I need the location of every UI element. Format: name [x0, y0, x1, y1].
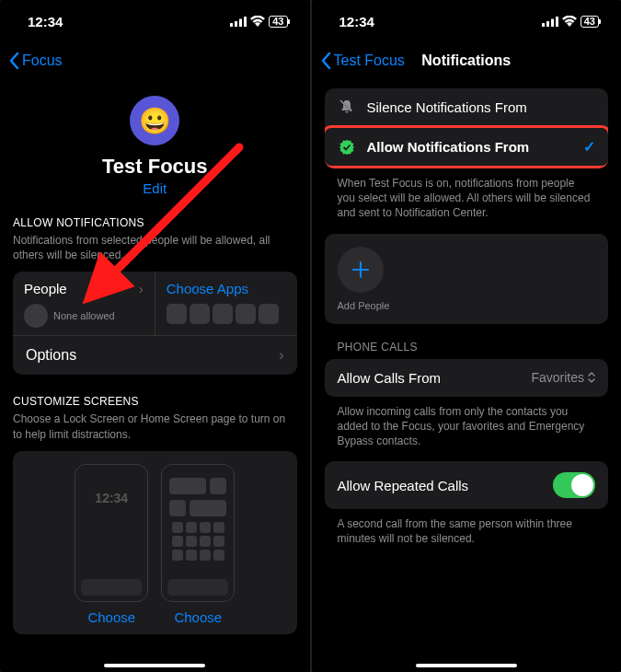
mode-desc: When Test Focus is on, notifications fro… [325, 168, 609, 221]
svg-rect-2 [239, 18, 242, 27]
add-people-card: Add People [325, 234, 609, 324]
phone-right: 12:34 43 Test Focus Notifications Silenc… [312, 0, 622, 672]
allow-calls-card: Allow Calls From Favorites [325, 359, 609, 397]
customize-desc: Choose a Lock Screen or Home Screen page… [13, 411, 297, 441]
preview-dock [81, 579, 142, 596]
add-people-label: Add People [338, 300, 596, 311]
status-icons: 43 [542, 16, 599, 28]
silence-from-label: Silence Notifications From [367, 99, 527, 115]
preview-dock [167, 579, 228, 596]
battery-icon: 43 [269, 16, 287, 28]
plus-icon [351, 261, 370, 279]
allow-notifications-desc: Notifications from selected people will … [13, 233, 297, 262]
focus-emoji-icon: 😀 [130, 96, 179, 145]
customize-header: CUSTOMIZE SCREENS [13, 395, 297, 408]
svg-rect-5 [546, 21, 549, 27]
app-placeholder [259, 304, 279, 324]
none-allowed-label: None allowed [53, 310, 115, 321]
allow-from-label: Allow Notifications From [367, 139, 530, 155]
allow-calls-row[interactable]: Allow Calls From Favorites [325, 359, 609, 397]
app-placeholder [167, 304, 187, 324]
home-indicator[interactable] [416, 664, 517, 667]
bell-slash-icon [338, 98, 356, 115]
focus-title: Test Focus [13, 155, 297, 179]
lock-screen-preview[interactable]: 12:34 Choose [75, 464, 148, 625]
badge-check-icon [338, 139, 356, 156]
choose-apps-label: Choose Apps [167, 281, 248, 296]
options-label: Options [26, 347, 76, 364]
svg-rect-0 [230, 23, 233, 27]
phone-calls-header: PHONE CALLS [325, 324, 609, 359]
allow-notifications-header: ALLOW NOTIFICATIONS [13, 216, 297, 229]
apps-cell[interactable]: Choose Apps [155, 272, 297, 335]
allow-from-row[interactable]: Allow Notifications From ✓ [325, 128, 609, 166]
checkmark-icon: ✓ [583, 138, 595, 156]
chevron-left-icon [321, 52, 331, 69]
back-button[interactable]: Focus [9, 52, 63, 69]
allow-calls-label: Allow Calls From [338, 370, 442, 386]
allow-calls-desc: Allow incoming calls from only the conta… [325, 397, 609, 449]
battery-icon: 43 [581, 16, 599, 28]
chevron-right-icon: › [279, 347, 283, 364]
chevron-right-icon: › [139, 282, 144, 296]
back-button[interactable]: Test Focus [321, 52, 405, 69]
status-bar: 12:34 43 [312, 0, 622, 42]
svg-rect-3 [244, 17, 247, 27]
status-icons: 43 [230, 16, 287, 28]
repeated-calls-row: Allow Repeated Calls [325, 461, 609, 509]
status-bar: 12:34 43 [0, 0, 310, 42]
wifi-icon [562, 16, 577, 27]
edit-button[interactable]: Edit [13, 180, 297, 196]
chevron-left-icon [9, 52, 19, 69]
status-time: 12:34 [339, 14, 374, 29]
people-cell[interactable]: People › None allowed [13, 272, 155, 335]
preview-time: 12:34 [81, 491, 142, 505]
add-people-button[interactable] [338, 247, 384, 293]
repeated-calls-toggle[interactable] [553, 472, 595, 498]
nav-bar: Test Focus Notifications [312, 42, 622, 79]
app-placeholder [190, 304, 210, 324]
highlight-annotation: Allow Notifications From ✓ [325, 125, 609, 168]
status-time: 12:34 [28, 14, 63, 29]
repeated-calls-label: Allow Repeated Calls [338, 478, 469, 493]
notifications-card: People › None allowed Choose Apps [13, 272, 297, 375]
nav-bar: Focus [0, 42, 310, 79]
options-row[interactable]: Options › [13, 335, 297, 375]
home-screen-preview[interactable]: Choose [161, 464, 235, 625]
home-indicator[interactable] [104, 664, 205, 667]
svg-rect-4 [542, 23, 545, 27]
cellular-icon [230, 17, 247, 27]
silence-from-row[interactable]: Silence Notifications From [325, 88, 609, 125]
screens-card: 12:34 Choose [13, 451, 297, 634]
svg-rect-1 [235, 21, 237, 27]
notification-mode-card: Silence Notifications From Allow Notific… [325, 88, 609, 168]
updown-icon [588, 371, 595, 384]
wifi-icon [250, 16, 265, 27]
app-placeholder [236, 304, 256, 324]
avatar-placeholder [24, 304, 48, 328]
cellular-icon [542, 17, 558, 27]
phone-left: 12:34 43 Focus 😀 Test Focus Edit ALLOW N… [0, 0, 310, 672]
svg-rect-7 [556, 17, 558, 27]
allow-calls-value: Favorites [531, 370, 584, 385]
app-placeholder [213, 304, 233, 324]
focus-header: 😀 Test Focus Edit [13, 96, 297, 196]
repeated-calls-desc: A second call from the same person withi… [325, 509, 609, 546]
choose-home-button[interactable]: Choose [161, 609, 235, 625]
nav-title: Notifications [421, 52, 511, 69]
people-label: People [24, 281, 67, 296]
svg-rect-6 [551, 18, 554, 27]
repeated-calls-card: Allow Repeated Calls [325, 461, 609, 509]
choose-lock-button[interactable]: Choose [75, 609, 148, 625]
